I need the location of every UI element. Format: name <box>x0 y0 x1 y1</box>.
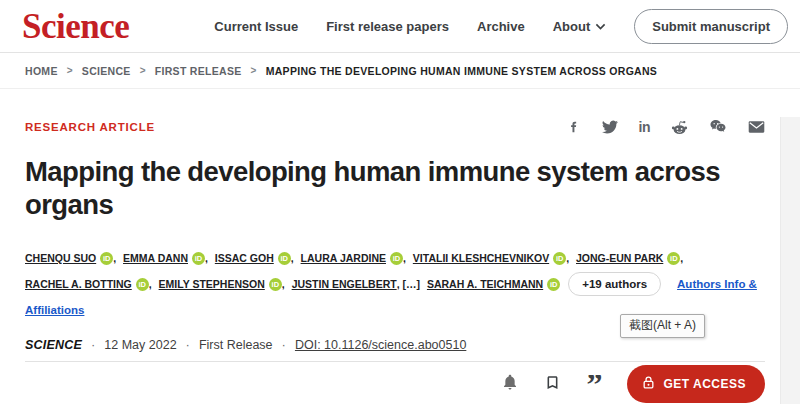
orcid-icon[interactable]: iD <box>278 252 291 265</box>
author-line: RACHEL A. BOTTINGiD, EMILY STEPHENSONiD,… <box>25 271 765 297</box>
article-header: RESEARCH ARTICLE in <box>0 117 800 404</box>
get-access-button[interactable]: GET ACCESS <box>627 365 765 403</box>
breadcrumb-separator: > <box>67 65 73 76</box>
author-link[interactable]: ISSAC GOH <box>215 252 274 264</box>
journal-name: SCIENCE <box>25 338 82 352</box>
publish-date: 12 May 2022 <box>104 338 176 352</box>
main-nav: Current Issue First release papers Archi… <box>214 9 788 44</box>
scrollbar-track[interactable] <box>780 117 800 404</box>
orcid-icon[interactable]: iD <box>547 278 560 291</box>
lock-icon <box>642 375 655 393</box>
get-access-label: GET ACCESS <box>663 377 746 391</box>
author-link[interactable]: RACHEL A. BOTTING <box>25 278 132 290</box>
wechat-icon[interactable] <box>709 119 727 135</box>
meta-separator: · <box>282 337 286 352</box>
breadcrumb-separator: > <box>140 65 146 76</box>
nav-about-label: About <box>553 19 591 34</box>
reddit-icon[interactable] <box>671 119 688 136</box>
screenshot-tooltip: 截图(Alt + A) <box>620 314 705 338</box>
facebook-icon[interactable] <box>567 120 581 134</box>
article-type-label: RESEARCH ARTICLE <box>25 121 155 133</box>
linkedin-icon[interactable]: in <box>639 120 650 134</box>
breadcrumb: HOME > SCIENCE > FIRST RELEASE > MAPPING… <box>0 53 800 89</box>
orcid-icon[interactable]: iD <box>192 252 205 265</box>
orcid-icon[interactable]: iD <box>553 252 566 265</box>
author-link[interactable]: CHENQU SUO <box>25 252 96 264</box>
author-link[interactable]: JUSTIN ENGELBERT <box>292 278 397 290</box>
author-link[interactable]: EMMA DANN <box>123 252 188 264</box>
breadcrumb-home[interactable]: HOME <box>25 65 58 77</box>
kicker-row: RESEARCH ARTICLE in <box>25 117 765 137</box>
meta-separator: · <box>91 337 95 352</box>
author-line: CHENQU SUOiD, EMMA DANNiD, ISSAC GOHiD, … <box>25 245 765 271</box>
article-title: Mapping the developing human immune syst… <box>25 155 765 221</box>
submit-manuscript-button[interactable]: Submit manuscript <box>634 9 788 44</box>
email-icon[interactable] <box>748 120 765 134</box>
more-authors-button[interactable]: +19 authors <box>568 272 661 296</box>
science-logo[interactable]: Science <box>22 9 129 44</box>
author-link[interactable]: LAURA JARDINE <box>301 252 386 264</box>
orcid-icon[interactable]: iD <box>269 278 282 291</box>
doi-link[interactable]: DOI: 10.1126/science.abo0510 <box>295 338 466 352</box>
quote-icon: ” <box>586 375 602 393</box>
author-list: CHENQU SUOiD, EMMA DANNiD, ISSAC GOHiD, … <box>25 245 765 323</box>
breadcrumb-current: MAPPING THE DEVELOPING HUMAN IMMUNE SYST… <box>266 65 658 77</box>
share-bar: in <box>567 119 765 136</box>
bell-icon <box>501 372 519 395</box>
author-link[interactable]: VITALII KLESHCHEVNIKOV <box>413 252 549 264</box>
author-link[interactable]: JONG-EUN PARK <box>576 252 663 264</box>
science-article-page: Science Current Issue First release pape… <box>0 0 800 404</box>
site-header: Science Current Issue First release pape… <box>0 0 800 53</box>
chevron-down-icon <box>595 19 606 34</box>
breadcrumb-science[interactable]: SCIENCE <box>82 65 131 77</box>
release-status: First Release <box>199 338 273 352</box>
orcid-icon[interactable]: iD <box>100 252 113 265</box>
meta-separator: · <box>186 337 190 352</box>
twitter-icon[interactable] <box>602 119 618 135</box>
authors-info-link[interactable]: Affiliations <box>25 304 84 316</box>
author-link[interactable]: SARAH A. TEICHMANN <box>427 278 543 290</box>
cite-button[interactable]: ” <box>586 375 602 393</box>
bookmark-icon <box>544 373 561 395</box>
authors-info-link[interactable]: Authors Info & <box>677 278 757 290</box>
article-meta: SCIENCE · 12 May 2022 · First Release · … <box>25 337 765 352</box>
breadcrumb-separator: > <box>251 65 257 76</box>
author-link[interactable]: EMILY STEPHENSON <box>159 278 265 290</box>
orcid-icon[interactable]: iD <box>390 252 403 265</box>
orcid-icon[interactable]: iD <box>667 252 680 265</box>
breadcrumb-first-release[interactable]: FIRST RELEASE <box>155 65 242 77</box>
bookmark-button[interactable] <box>544 373 561 395</box>
nav-archive[interactable]: Archive <box>477 19 525 34</box>
nav-current-issue[interactable]: Current Issue <box>214 19 298 34</box>
nav-about[interactable]: About <box>553 19 607 34</box>
orcid-icon[interactable]: iD <box>136 278 149 291</box>
nav-first-release-papers[interactable]: First release papers <box>326 19 449 34</box>
alerts-button[interactable] <box>501 372 519 395</box>
action-bar: ” GET ACCESS <box>25 362 765 404</box>
